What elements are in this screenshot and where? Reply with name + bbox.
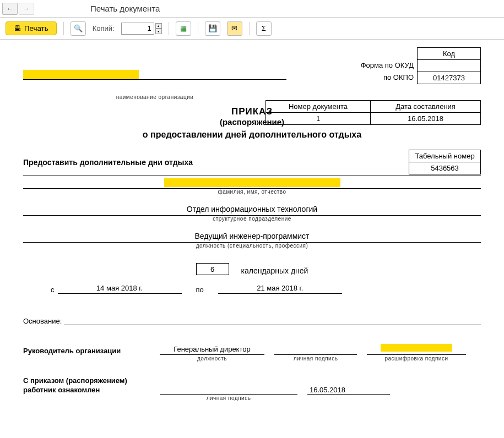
head-signature-row: Руководитель организации Генеральный дир… (23, 344, 481, 355)
email-button[interactable]: ✉ (227, 21, 242, 36)
caption-name: расшифровка подписи (367, 355, 466, 362)
grant-text: Предоставить дополнительные дни отдыха (23, 158, 193, 167)
separator (198, 22, 198, 35)
sum-button[interactable]: Σ (256, 21, 272, 36)
nav-forward-button[interactable]: → (19, 3, 34, 15)
grid-icon: ▦ (180, 24, 187, 32)
doc-date-header: Дата составления (371, 101, 481, 113)
okud-value (418, 60, 481, 72)
head-signature (274, 353, 357, 355)
caption-position: должность (160, 355, 264, 362)
organization-line (23, 79, 286, 80)
code-table: Код 01427373 (417, 47, 481, 84)
copies-input[interactable]: 1 (121, 23, 154, 35)
tab-number-header: Табельный номер (409, 150, 481, 162)
department-value: Отдел информационных технологий (23, 205, 481, 216)
employee-name-row (23, 178, 481, 189)
document-preview: Форма по ОКУД по ОКПО Код 01427373 наиме… (0, 40, 504, 409)
organization-caption: наименование организации (23, 94, 286, 100)
date-from-label: с (51, 286, 55, 294)
grant-row: Предоставить дополнительные дни отдыха Т… (23, 150, 481, 176)
separator (169, 22, 169, 35)
title-line-3: о предоставлении дней дополнительного от… (23, 130, 481, 140)
basis-line (64, 325, 481, 325)
doc-number-header: Номер документа (266, 101, 371, 113)
date-from-value: 14 мая 2018 г. (58, 284, 182, 294)
ack-date: 16.05.2018 (307, 386, 390, 395)
ack-label: С приказом (распоряжением) работник озна… (23, 376, 150, 395)
toolbar: 🖶 Печать 🔍 Копий: 1 ▴ ▾ ▦ 💾 ✉ Σ (0, 18, 504, 40)
separator (249, 22, 250, 35)
fio-caption: фамилия, имя, отчество (23, 189, 481, 195)
acknowledgement-row: С приказом (распоряжением) работник озна… (23, 376, 481, 395)
okpo-label: по ОКПО (361, 72, 414, 84)
basis-label: Основание: (23, 317, 62, 325)
redacted-organization (23, 70, 139, 80)
head-label: Руководитель организации (23, 347, 150, 355)
position-value: Ведущий инженер-программист (23, 232, 481, 243)
save-button[interactable]: 💾 (205, 21, 220, 36)
spinner-down-button[interactable]: ▾ (155, 29, 162, 34)
spinner-up-button[interactable]: ▴ (155, 23, 162, 29)
tab-number-value: 5436563 (409, 162, 481, 174)
title-bar: ← → Печать документа (0, 0, 504, 18)
position-caption: должность (специальность, профессия) (23, 243, 481, 249)
caption-signature: личная подпись (274, 355, 357, 362)
okpo-value: 01427373 (418, 72, 481, 84)
preview-button[interactable]: 🔍 (71, 21, 86, 36)
copies-spinner: ▴ ▾ (155, 23, 162, 34)
email-icon: ✉ (231, 24, 237, 32)
ack-signature-caption: личная подпись (160, 395, 297, 401)
days-label: календарных дней (241, 266, 308, 275)
separator (63, 22, 64, 35)
copies-label: Копий: (93, 24, 115, 32)
basis-row: Основание: (23, 317, 481, 325)
redacted-employee-name (164, 178, 340, 187)
date-to-value: 21 мая 2018 г. (218, 284, 342, 294)
save-icon: 💾 (208, 24, 217, 32)
ack-label-line-1: С приказом (распоряжением) (23, 376, 150, 385)
printer-icon: 🖶 (14, 24, 21, 32)
print-button-label: Печать (24, 24, 48, 32)
window-title: Печать документа (90, 4, 160, 13)
date-to-label: по (196, 286, 204, 294)
code-header: Код (418, 48, 481, 60)
department-caption: структурное подразделение (23, 216, 481, 222)
ack-caption-row: личная подпись (160, 395, 481, 401)
magnifier-icon: 🔍 (74, 24, 83, 32)
print-button[interactable]: 🖶 Печать (6, 21, 57, 35)
doc-date-value: 16.05.2018 (371, 113, 481, 125)
head-position: Генеральный директор (160, 345, 264, 355)
head-caption-row: должность личная подпись расшифровка под… (160, 355, 481, 362)
date-range-row: с 14 мая 2018 г. по 21 мая 2018 г. (23, 284, 481, 294)
days-value: 6 (196, 263, 229, 275)
redacted-head-name (381, 344, 452, 352)
days-row: 6 календарных дней (23, 263, 481, 275)
okud-label: Форма по ОКУД (361, 59, 414, 72)
form-header-labels: Форма по ОКУД по ОКПО (361, 47, 417, 84)
nav-back-button[interactable]: ← (2, 3, 18, 15)
ack-label-line-2: работник ознакомлен (23, 385, 150, 395)
sigma-icon: Σ (262, 24, 266, 32)
grid-button[interactable]: ▦ (176, 21, 191, 36)
ack-signature (160, 394, 297, 395)
head-name (367, 344, 466, 355)
